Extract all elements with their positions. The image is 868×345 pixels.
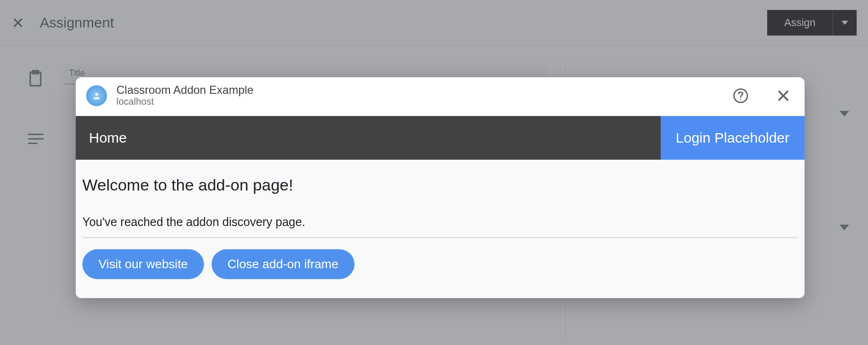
visit-website-button[interactable]: Visit our website	[82, 249, 204, 279]
modal-header: Classroom Addon Example localhost	[76, 77, 805, 116]
button-row: Visit our website Close add-on iframe	[82, 249, 798, 279]
close-icon[interactable]	[775, 88, 791, 104]
addon-content: Welcome to the add-on page! You've reach…	[78, 160, 803, 298]
svg-point-9	[740, 99, 741, 100]
svg-point-7	[95, 93, 98, 96]
nav-home-link[interactable]: Home	[76, 116, 661, 160]
addon-modal: Classroom Addon Example localhost Home L…	[76, 77, 805, 298]
close-iframe-button[interactable]: Close add-on iframe	[212, 249, 354, 279]
addon-iframe-body: Home Login Placeholder Welcome to the ad…	[76, 116, 805, 298]
help-icon[interactable]	[733, 88, 749, 104]
welcome-heading: Welcome to the add-on page!	[82, 176, 798, 194]
nav-login-link[interactable]: Login Placeholder	[661, 116, 805, 160]
addon-logo-icon	[86, 85, 107, 106]
modal-title: Classroom Addon Example	[116, 84, 253, 96]
modal-header-right	[733, 88, 791, 104]
addon-navbar: Home Login Placeholder	[76, 116, 805, 160]
welcome-text: You've reached the addon discovery page.	[82, 215, 798, 238]
modal-host: localhost	[116, 96, 253, 107]
modal-header-left: Classroom Addon Example localhost	[86, 84, 253, 107]
